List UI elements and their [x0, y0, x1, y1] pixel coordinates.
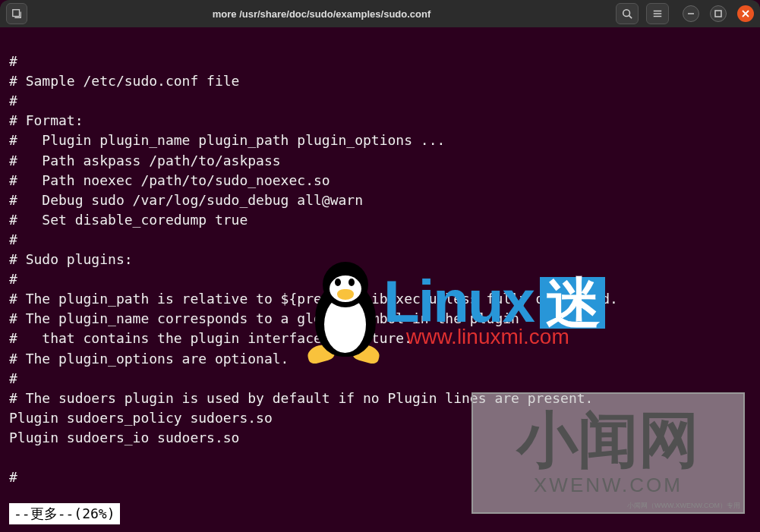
window-titlebar: more /usr/share/doc/sudo/examples/sudo.c…	[0, 0, 760, 27]
terminal-line: # Sample /etc/sudo.conf file	[9, 73, 239, 89]
svg-rect-7	[715, 11, 721, 17]
terminal-line: Plugin sudoers_io sudoers.so	[9, 430, 239, 445]
search-button[interactable]	[616, 3, 639, 24]
window-controls	[676, 5, 754, 22]
menu-button[interactable]	[646, 3, 669, 24]
new-tab-button[interactable]	[6, 3, 27, 24]
terminal-line: # Debug sudo /var/log/sudo_debug all@war…	[9, 192, 363, 208]
svg-rect-0	[13, 10, 20, 17]
terminal-line: # The sudoers plugin is used by default …	[9, 390, 593, 406]
minimize-button[interactable]	[683, 5, 699, 22]
window-title: more /usr/share/doc/sudo/examples/sudo.c…	[33, 8, 610, 20]
terminal-line: # Plugin plugin_name plugin_path plugin_…	[9, 132, 445, 148]
terminal-line: #	[9, 93, 17, 109]
terminal-line: # Sudo plugins:	[9, 251, 133, 267]
titlebar-right	[616, 3, 754, 24]
terminal-content[interactable]: # # Sample /etc/sudo.conf file # # Forma…	[0, 27, 760, 492]
terminal-line: # that contains the plugin interface str…	[9, 330, 412, 346]
svg-point-1	[623, 10, 630, 17]
watermark-box-small: 小闻网（WWW.XWENW.COM）专用	[627, 501, 740, 511]
titlebar-left	[6, 3, 27, 24]
terminal-line: #	[9, 231, 17, 247]
more-status: --更多--(26%)	[9, 503, 120, 524]
svg-line-2	[629, 16, 632, 19]
terminal-line: #	[9, 469, 17, 485]
terminal-line: # Path noexec /path/to/sudo_noexec.so	[9, 172, 330, 188]
terminal-line: #	[9, 53, 17, 69]
terminal-line: #	[9, 370, 17, 386]
terminal-line: # The plugin_path is relative to ${prefi…	[9, 291, 618, 307]
terminal-line: # Format:	[9, 112, 84, 128]
terminal-line: # Set disable_coredump true	[9, 212, 248, 228]
terminal-line: # The plugin_options are optional.	[9, 351, 289, 367]
terminal-line: # Path askpass /path/to/askpass	[9, 153, 281, 168]
terminal-line: # The plugin_name corresponds to a globa…	[9, 310, 519, 326]
maximize-button[interactable]	[710, 5, 727, 22]
terminal-line: #	[9, 271, 17, 287]
close-button[interactable]	[737, 5, 754, 22]
terminal-line: Plugin sudoers_policy sudoers.so	[9, 410, 273, 426]
